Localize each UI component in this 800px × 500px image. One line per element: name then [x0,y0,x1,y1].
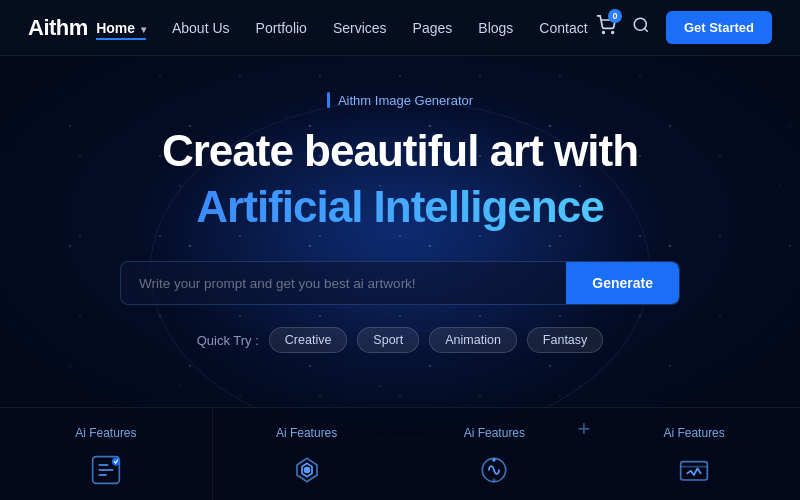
feature-col-3: Ai Features + [401,408,589,500]
nav-item-blogs[interactable]: Blogs [478,19,513,37]
hero-search-bar: Generate [120,261,680,305]
feature-col-4: Ai Features [588,408,800,500]
svg-point-1 [612,32,614,34]
nav-right-actions: 0 Get Started [596,11,772,44]
feature-col-2-wrapper: Ai Features [213,408,401,500]
nav-link-home[interactable]: Home ▾ [96,20,146,40]
quick-try-animation[interactable]: Animation [429,327,517,353]
feature-icon-2 [287,450,327,490]
feature-label-2: Ai Features [276,426,337,440]
prompt-input[interactable] [121,263,566,304]
search-icon[interactable] [632,16,650,39]
nav-item-portfolio[interactable]: Portfolio [256,19,307,37]
nav-item-pages[interactable]: Pages [413,19,453,37]
cart-icon[interactable]: 0 [596,15,616,40]
nav-item-contact[interactable]: Contact [539,19,587,37]
brand-logo[interactable]: Aithm [28,15,88,41]
svg-point-6 [304,468,309,473]
feature-col-1: Ai Features [0,408,213,500]
cart-badge: 0 [608,9,622,23]
nav-link-portfolio[interactable]: Portfolio [256,20,307,36]
badge-line-icon [327,92,330,108]
feature-col-2: Ai Features [213,408,401,500]
nav-link-about[interactable]: About Us [172,20,230,36]
feature-label-4: Ai Features [663,426,724,440]
plus-icon: + [577,416,590,442]
hero-section: Aithm Image Generator Create beautiful a… [0,56,800,500]
nav-item-home[interactable]: Home ▾ [96,19,146,37]
svg-point-9 [493,478,496,481]
quick-try-creative[interactable]: Creative [269,327,348,353]
get-started-button[interactable]: Get Started [666,11,772,44]
svg-rect-10 [681,462,708,480]
chevron-down-icon: ▾ [141,24,146,35]
nav-link-contact[interactable]: Contact [539,20,587,36]
navbar: Aithm Home ▾ About Us Portfolio Services [0,0,800,56]
svg-point-8 [493,458,496,461]
svg-line-3 [644,28,647,31]
nav-link-blogs[interactable]: Blogs [478,20,513,36]
nav-link-pages[interactable]: Pages [413,20,453,36]
nav-item-services[interactable]: Services [333,19,387,37]
svg-point-2 [634,18,646,30]
hero-title-line1: Create beautiful art with [162,126,638,177]
quick-try-sport[interactable]: Sport [357,327,419,353]
nav-link-services[interactable]: Services [333,20,387,36]
feature-label-3: Ai Features [464,426,525,440]
features-row: Ai Features Ai Features Ai Features [0,407,800,500]
hero-title-line2: Artificial Intelligence [196,181,603,234]
hero-badge: Aithm Image Generator [327,92,473,108]
quick-try-row: Quick Try : Creative Sport Animation Fan… [197,327,604,353]
nav-item-about[interactable]: About Us [172,19,230,37]
hero-content: Aithm Image Generator Create beautiful a… [0,92,800,353]
nav-links: Home ▾ About Us Portfolio Services Pages [96,19,587,37]
feature-icon-4 [674,450,714,490]
quick-try-label: Quick Try : [197,333,259,348]
feature-icon-1 [86,450,126,490]
feature-col-3-wrapper: Ai Features + [401,408,589,500]
feature-label-1: Ai Features [75,426,136,440]
feature-icon-3 [474,450,514,490]
generate-button[interactable]: Generate [566,262,679,304]
svg-point-0 [603,32,605,34]
quick-try-fantasy[interactable]: Fantasy [527,327,603,353]
